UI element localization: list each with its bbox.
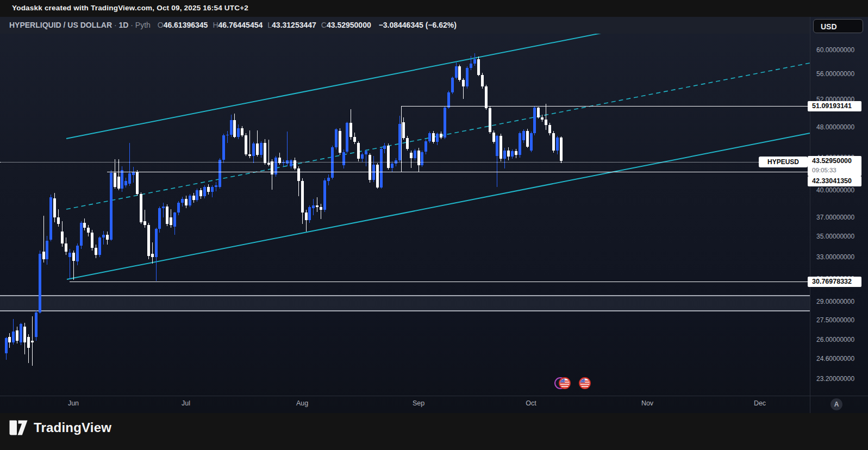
candle-body-down: [27, 337, 30, 348]
candle-body-up: [335, 129, 338, 147]
candle-body-down: [499, 136, 502, 159]
candle-body-down: [166, 207, 168, 224]
time-tick-label: Dec: [747, 399, 773, 407]
price-level-line[interactable]: [401, 106, 810, 107]
candle-body-up: [76, 246, 79, 261]
ohlc-values: O46.61396345H46.76445454L43.31253447C43.…: [153, 21, 371, 29]
candle-body-down: [207, 187, 210, 192]
candle-body-down: [369, 155, 371, 180]
candle-body-up: [414, 151, 416, 158]
tradingview-logo-link[interactable]: TradingView: [9, 420, 111, 436]
candle-body-up: [466, 68, 469, 86]
candle-body-up: [80, 223, 83, 246]
candle-body-down: [42, 252, 45, 259]
data-provider-label: Pyth: [135, 21, 151, 29]
candle-body-down: [410, 153, 413, 158]
candle-body-down: [61, 232, 64, 243]
time-tick-label: Aug: [289, 399, 315, 407]
price-level-line[interactable]: [107, 172, 810, 172]
price-level-line[interactable]: [70, 282, 810, 282]
candle-body-up: [173, 212, 176, 227]
economic-event-marker[interactable]: [554, 377, 572, 390]
price-scale[interactable]: USD A 60.0000000056.0000000052.000000004…: [810, 17, 868, 413]
price-tick-label: 35.00000000: [816, 233, 854, 240]
symbol-price-tag: HYPEUSD: [759, 157, 808, 167]
us-flag-icon[interactable]: [579, 377, 592, 390]
candle-body-down: [271, 161, 273, 174]
attribution-bar: Yodaskk created with TradingView.com, Oc…: [0, 0, 868, 17]
candle-down: [317, 197, 317, 212]
candle-body-down: [526, 131, 529, 147]
time-tick-label: Jun: [60, 399, 86, 407]
ohlc-label: C: [321, 21, 327, 29]
candle-body-down: [83, 223, 86, 228]
candle-body-up: [260, 143, 263, 155]
candle-body-up: [436, 134, 439, 142]
candle-body-up: [46, 241, 48, 259]
candle-body-up: [124, 181, 127, 185]
candle-body-up: [189, 196, 191, 205]
candle-down: [546, 104, 546, 130]
price-tick-label: 56.00000000: [816, 70, 854, 78]
candle-body-down: [245, 135, 247, 154]
candle-body-down: [267, 163, 270, 165]
candle-body-down: [485, 86, 488, 108]
candle-body-up: [218, 160, 221, 187]
candle-body-down: [477, 59, 480, 75]
candle-body-up: [380, 149, 383, 188]
candle-body-up: [312, 205, 315, 208]
candle-body-up: [237, 128, 240, 137]
price-tick-label: 60.00000000: [816, 46, 854, 54]
candle-body-down: [320, 207, 322, 210]
candle-body-up: [68, 253, 71, 257]
candle-body-up: [361, 154, 364, 159]
candle-body-up: [372, 165, 375, 180]
candle-body-up: [556, 138, 559, 151]
candle-body-down: [357, 143, 360, 159]
candle-body-down: [339, 131, 341, 153]
candle-down: [321, 204, 321, 220]
candle-body-up: [162, 207, 165, 208]
candle-body-down: [417, 151, 420, 166]
candle-body-up: [391, 164, 394, 167]
candle-body-down: [541, 117, 544, 120]
candle-body-up: [12, 332, 15, 342]
candle-body-up: [5, 338, 8, 353]
price-tick-label: 37.00000000: [816, 214, 854, 221]
candle-body-up: [158, 208, 161, 229]
chart-plot-area[interactable]: [0, 17, 810, 413]
candle-body-up: [49, 197, 52, 240]
ohlc-value: 43.31253447: [272, 21, 316, 29]
us-flag-icon[interactable]: [554, 377, 572, 390]
price-tick-label: 23.20000000: [816, 375, 854, 383]
candle-body-down: [548, 125, 551, 133]
candle-body-down: [16, 330, 18, 341]
candle-body-up: [308, 207, 311, 220]
footer-bar: TradingView: [0, 413, 868, 450]
candle-body-down: [57, 217, 60, 224]
symbol-title: HYPERLIQUID / US DOLLAR: [9, 21, 112, 29]
candle-body-up: [177, 203, 180, 212]
candle-body-up: [522, 131, 525, 141]
candle-body-up: [181, 199, 184, 203]
candle-down: [152, 242, 153, 263]
auto-scale-button[interactable]: A: [830, 398, 842, 410]
candle-body-down: [353, 137, 356, 142]
ohlc-label: O: [158, 21, 164, 29]
currency-toggle-button[interactable]: USD: [813, 19, 863, 33]
candle-body-down: [65, 243, 67, 252]
candle-body-down: [106, 235, 109, 240]
candle-body-down: [53, 198, 56, 217]
candle-body-up: [421, 152, 423, 166]
economic-event-marker[interactable]: [579, 377, 592, 390]
candle-body-down: [151, 254, 154, 257]
candle-body-up: [365, 151, 367, 154]
ohlc-value: 46.76445454: [218, 21, 263, 29]
candle-body-down: [402, 122, 405, 138]
candle-body-down: [545, 120, 547, 126]
time-axis-border: [0, 396, 868, 396]
candle-body-up: [473, 59, 476, 64]
price-change: −3.08446345 (−6.62%): [379, 21, 457, 29]
separator: ·: [130, 21, 133, 29]
candle-body-up: [533, 108, 536, 133]
